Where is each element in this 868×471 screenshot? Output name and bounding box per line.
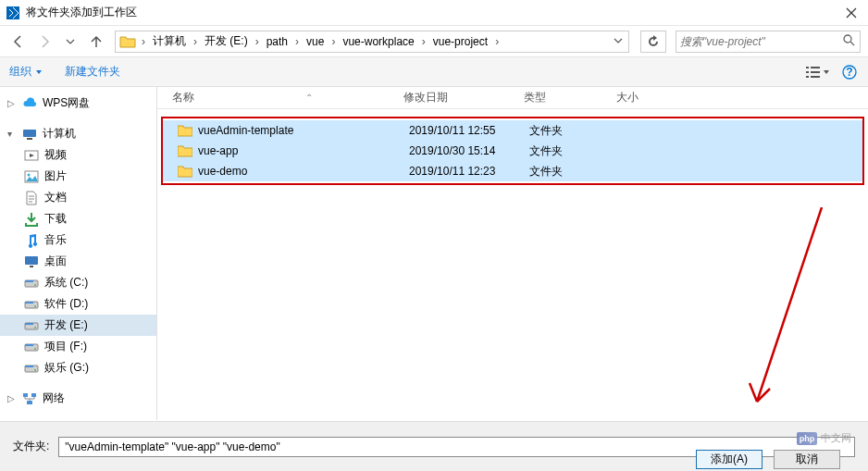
chevron-right-icon[interactable]: › [491, 35, 502, 48]
view-button[interactable] [805, 62, 831, 82]
svg-rect-4 [806, 71, 809, 73]
new-folder-button[interactable]: 新建文件夹 [65, 64, 120, 80]
file-rows-selection: vueAdmin-template2019/10/11 12:55文件夹vue-… [161, 117, 864, 185]
chevron-down-icon [823, 68, 830, 76]
sidebar-item-drive-6[interactable]: 系统 (C:) [0, 272, 156, 293]
svg-point-28 [34, 348, 36, 350]
svg-point-22 [34, 305, 36, 307]
desktop-icon [24, 254, 39, 269]
folder-icon [178, 165, 192, 178]
picture-icon [24, 169, 39, 184]
toolbar-left: 组织 新建文件夹 [9, 64, 120, 80]
file-row[interactable]: vue-app2019/10/30 15:14文件夹 [163, 141, 862, 161]
sidebar-item-desktop-5[interactable]: 桌面 [0, 251, 156, 272]
col-size[interactable]: 大小 [609, 90, 683, 105]
search-icon[interactable] [841, 34, 856, 49]
sidebar-label: 开发 (E:) [44, 317, 88, 333]
up-button[interactable] [85, 31, 107, 53]
sidebar-label: WPS网盘 [43, 95, 90, 111]
chevron-right-icon[interactable]: › [252, 35, 263, 48]
file-name: vue-app [198, 144, 238, 157]
toolbar-right: ? [805, 62, 859, 82]
sidebar-item-drive-9[interactable]: 项目 (F:) [0, 336, 156, 357]
chevron-down-icon [35, 68, 43, 76]
sidebar-item-wps[interactable]: ▷ WPS网盘 [0, 93, 156, 114]
organize-button[interactable]: 组织 [9, 64, 43, 80]
svg-rect-3 [811, 67, 820, 68]
body: ▷ WPS网盘 ▾ 计算机 视频图片文档下载音乐桌面系统 (C:)软件 (D:)… [0, 87, 868, 420]
svg-rect-33 [31, 393, 36, 397]
file-date: 2019/10/11 12:23 [402, 165, 522, 178]
expand-icon[interactable]: ▷ [7, 98, 17, 108]
bc-3[interactable]: vue [303, 33, 328, 50]
svg-point-1 [844, 35, 851, 43]
svg-rect-5 [811, 71, 820, 73]
sidebar-item-drive-10[interactable]: 娱乐 (G:) [0, 357, 156, 378]
sidebar-item-music-4[interactable]: 音乐 [0, 229, 156, 251]
help-button[interactable]: ? [840, 63, 859, 81]
sidebar-item-computer[interactable]: ▾ 计算机 [0, 123, 156, 144]
svg-point-31 [34, 369, 36, 371]
folder-icon [178, 144, 192, 157]
bc-4[interactable]: vue-workplace [339, 33, 417, 50]
sidebar-item-drive-7[interactable]: 软件 (D:) [0, 293, 156, 315]
file-type: 文件夹 [522, 123, 614, 139]
svg-rect-16 [30, 266, 33, 267]
sidebar-item-drive-8[interactable]: 开发 (E:) [0, 315, 156, 336]
svg-rect-34 [27, 401, 32, 404]
file-date: 2019/10/11 12:55 [402, 124, 522, 137]
sidebar-label: 视频 [44, 147, 67, 163]
col-name[interactable]: 名称⌃ [165, 90, 396, 105]
file-row[interactable]: vueAdmin-template2019/10/11 12:55文件夹 [163, 120, 862, 141]
bc-2[interactable]: path [263, 33, 291, 50]
search-input[interactable] [680, 35, 841, 48]
expand-icon[interactable]: ▷ [7, 393, 17, 403]
sidebar-item-picture-1[interactable]: 图片 [0, 166, 156, 187]
refresh-button[interactable] [640, 31, 666, 53]
cancel-button[interactable]: 取消 [774, 450, 840, 469]
search-box[interactable] [676, 31, 861, 53]
watermark-text: 中文网 [821, 431, 851, 445]
drive-icon [24, 276, 39, 291]
chevron-right-icon[interactable]: › [291, 35, 303, 48]
chevron-right-icon[interactable]: › [418, 35, 429, 48]
sidebar-label: 娱乐 (G:) [44, 360, 89, 376]
forward-button[interactable] [33, 31, 56, 53]
sidebar-item-network[interactable]: ▷ 网络 [0, 388, 156, 409]
sidebar-label: 软件 (D:) [44, 296, 88, 312]
watermark-logo: php [797, 432, 817, 445]
breadcrumb[interactable]: › 计算机 › 开发 (E:) › path › vue › vue-workp… [115, 31, 629, 53]
sidebar-label: 音乐 [44, 232, 67, 248]
sidebar-label: 网络 [43, 390, 65, 406]
svg-rect-15 [25, 256, 38, 265]
collapse-icon[interactable]: ▾ [7, 129, 17, 139]
folder-icon [119, 33, 136, 50]
add-button[interactable]: 添加(A) [696, 450, 763, 469]
file-list-header: 名称⌃ 修改日期 类型 大小 [157, 87, 868, 109]
file-row[interactable]: vue-demo2019/10/11 12:23文件夹 [163, 161, 862, 181]
chevron-right-icon[interactable]: › [138, 35, 149, 48]
svg-rect-24 [25, 323, 33, 325]
bc-0[interactable]: 计算机 [149, 31, 190, 51]
bc-1[interactable]: 开发 (E:) [201, 31, 252, 51]
bc-5[interactable]: vue-project [429, 33, 491, 50]
document-icon [24, 191, 39, 205]
back-button[interactable] [7, 31, 30, 53]
recent-dropdown[interactable] [59, 31, 81, 53]
sidebar-item-download-3[interactable]: 下载 [0, 208, 156, 229]
svg-rect-21 [25, 302, 33, 304]
svg-rect-27 [25, 344, 33, 346]
svg-rect-10 [23, 130, 36, 137]
sidebar-item-document-2[interactable]: 文档 [0, 187, 156, 208]
chevron-right-icon[interactable]: › [328, 35, 339, 48]
close-button[interactable] [842, 4, 861, 22]
sidebar-label: 桌面 [44, 254, 67, 269]
svg-text:?: ? [846, 66, 852, 79]
breadcrumb-dropdown[interactable] [610, 35, 626, 48]
col-date[interactable]: 修改日期 [396, 90, 516, 105]
sidebar-item-video-0[interactable]: 视频 [0, 144, 156, 166]
chevron-right-icon[interactable]: › [190, 35, 201, 48]
svg-rect-18 [25, 280, 33, 282]
svg-rect-32 [23, 393, 28, 397]
col-type[interactable]: 类型 [516, 90, 609, 105]
